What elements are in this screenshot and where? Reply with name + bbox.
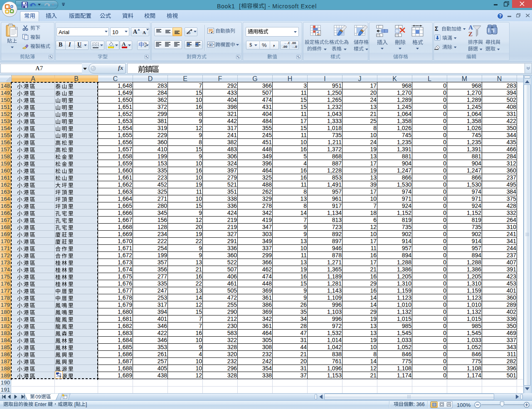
svg-text:a: a xyxy=(210,43,212,47)
svg-text:?: ? xyxy=(499,14,501,18)
svg-text:ab: ab xyxy=(187,31,191,34)
svg-text:A: A xyxy=(468,24,473,31)
svg-text:Z: Z xyxy=(468,31,473,37)
